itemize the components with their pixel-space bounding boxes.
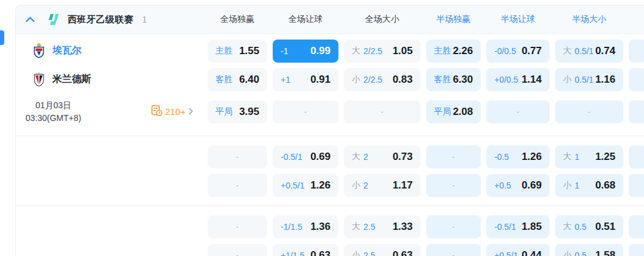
cutoff-odds-cell: [629, 244, 644, 256]
odds-cell-empty: -: [426, 215, 481, 238]
cutoff-odds-cell: [629, 100, 644, 123]
odds-cell[interactable]: -10.99: [273, 40, 338, 63]
odds-cell-empty: -: [426, 145, 481, 168]
league-title-group: 西班牙乙级联赛 1: [16, 13, 202, 26]
odds-cell[interactable]: 大0.5/10.74: [555, 40, 623, 63]
odds-cell[interactable]: 平局2.08: [426, 100, 481, 123]
odds-cell[interactable]: 主胜1.55: [208, 40, 267, 63]
alt-line-row: --0.5/10.69大20.73--0.51.26大11.25: [16, 142, 644, 171]
odds-cell-empty: -: [208, 174, 267, 197]
match-date: 01月03日: [26, 99, 81, 111]
odds-cell[interactable]: 客胜6.40: [208, 68, 267, 91]
chevron-right-icon: [188, 106, 194, 117]
odds-cell[interactable]: -1/1.51.36: [273, 215, 338, 238]
odds-cell[interactable]: +0/0.51.14: [486, 68, 550, 91]
away-team-name: 米兰德斯: [52, 73, 91, 86]
column-header-ft-1x2: 全场独赢: [208, 14, 267, 25]
odds-cell[interactable]: 小0.51.58: [555, 244, 623, 256]
odds-cell[interactable]: -0.5/10.69: [273, 145, 338, 168]
alt-line-row: -+0.5/11.26小21.17-+0.50.69小10.68: [16, 171, 644, 199]
column-header-ht-ou[interactable]: 半场大小: [555, 14, 623, 25]
alt-line-row: --1/1.51.36大2.51.33--0.5/11.85大0.50.51: [16, 212, 644, 241]
odds-cell[interactable]: 大11.25: [555, 145, 623, 168]
alt-odds-group-2: --1/1.51.36大2.51.33--0.5/11.85大0.50.51 -…: [16, 210, 644, 256]
column-header-ft-ou: 全场大小: [344, 14, 421, 25]
odds-cell[interactable]: 大2/2.51.05: [344, 40, 421, 63]
odds-cell[interactable]: +1/1.50.63: [273, 244, 338, 256]
home-team-name: 埃瓦尔: [52, 44, 82, 57]
odds-cell-empty: -: [486, 100, 550, 123]
odds-cell[interactable]: +10.91: [273, 68, 338, 91]
home-team[interactable]: 埃瓦尔: [16, 36, 202, 65]
column-header-ht-1x2[interactable]: 半场独赢: [426, 14, 481, 25]
league-name: 西班牙乙级联赛: [68, 14, 134, 26]
away-team[interactable]: 米兰德斯: [16, 65, 202, 94]
edge-scroll-indicator: [0, 30, 4, 45]
odds-cell-empty: -: [555, 100, 623, 123]
cutoff-odds-cell: [629, 40, 644, 63]
odds-cell-empty: -: [208, 215, 267, 238]
odds-cell[interactable]: -0.5/11.85: [486, 215, 550, 238]
odds-cell[interactable]: 平局3.95: [208, 100, 267, 123]
match-time: 03:30(GMT+8): [26, 112, 81, 124]
column-header-ht-handicap[interactable]: 半场让球: [486, 14, 550, 25]
alt-odds-group-1: --0.5/10.69大20.73--0.51.26大11.25 -+0.5/1…: [16, 140, 644, 202]
odds-cell[interactable]: -0.51.26: [486, 145, 550, 168]
odds-cell[interactable]: 小2/2.50.83: [344, 68, 421, 91]
odds-cell[interactable]: 大0.50.51: [555, 215, 623, 238]
cutoff-odds-cell: [629, 145, 644, 168]
odds-cell[interactable]: +0.5/11.26: [273, 174, 338, 197]
odds-cell-empty: -: [426, 174, 481, 197]
blank-info: [16, 142, 202, 171]
markets-list-icon: [151, 105, 163, 119]
league-match-count: 1: [142, 15, 147, 24]
main-odds-group: 埃瓦尔 主胜1.55-10.99大2/2.51.05主胜2.26-0/0.50.…: [16, 34, 644, 132]
odds-cell[interactable]: 小21.17: [344, 174, 421, 197]
match-info: 01月03日 03:30(GMT+8) 210+: [16, 94, 202, 130]
match-row-draw: 01月03日 03:30(GMT+8) 210+: [16, 94, 644, 130]
group-divider: [16, 206, 644, 206]
blank-info: [16, 212, 202, 241]
league-odds-card: 西班牙乙级联赛 1 全场独赢 全场让球 全场大小 半场独赢 半场让球 半场大小: [15, 5, 644, 256]
odds-cell[interactable]: 大2.51.33: [344, 215, 421, 238]
alt-line-row: -+1/1.50.63小2.50.63-+0.5/10.44小0.51.58: [16, 241, 644, 256]
odds-cell-empty: -: [344, 100, 421, 123]
odds-cell[interactable]: 大20.73: [344, 145, 421, 168]
more-markets-link[interactable]: 210+: [151, 105, 194, 119]
collapse-chevron-up-icon[interactable]: [26, 16, 35, 22]
league-logo-icon: [46, 13, 60, 26]
odds-cell[interactable]: 小0.5/11.16: [555, 68, 623, 91]
blank-info: [16, 241, 202, 256]
odds-cell-empty: -: [426, 244, 481, 256]
cutoff-odds-cell: [629, 215, 644, 238]
odds-cell[interactable]: 小10.68: [555, 174, 623, 197]
group-divider: [16, 136, 644, 136]
away-team-crest-icon: [33, 72, 45, 87]
odds-cell-empty: -: [208, 244, 267, 256]
odds-cell[interactable]: 主胜2.26: [426, 40, 481, 63]
odds-cell[interactable]: +0.50.69: [486, 174, 550, 197]
odds-cell-empty: -: [208, 145, 267, 168]
match-datetime: 01月03日 03:30(GMT+8): [26, 99, 81, 124]
odds-cell-empty: -: [273, 100, 338, 123]
cutoff-odds-cell: [629, 68, 644, 91]
odds-cell[interactable]: -0/0.50.77: [486, 40, 550, 63]
match-row-away: 米兰德斯 客胜6.40+10.91小2/2.50.83客胜6.30+0/0.51…: [16, 65, 644, 94]
markets-count: 210+: [165, 106, 186, 117]
home-team-crest-icon: [33, 43, 45, 58]
match-row-home: 埃瓦尔 主胜1.55-10.99大2/2.51.05主胜2.26-0/0.50.…: [16, 36, 644, 65]
odds-cell[interactable]: 客胜6.30: [426, 68, 481, 91]
cutoff-odds-cell: [629, 174, 644, 197]
blank-info: [16, 171, 202, 199]
odds-cell[interactable]: 小2.50.63: [344, 244, 421, 256]
league-header: 西班牙乙级联赛 1 全场独赢 全场让球 全场大小 半场独赢 半场让球 半场大小: [16, 5, 644, 34]
odds-cell[interactable]: +0.5/10.44: [486, 244, 550, 256]
column-header-ft-handicap: 全场让球: [273, 14, 338, 25]
